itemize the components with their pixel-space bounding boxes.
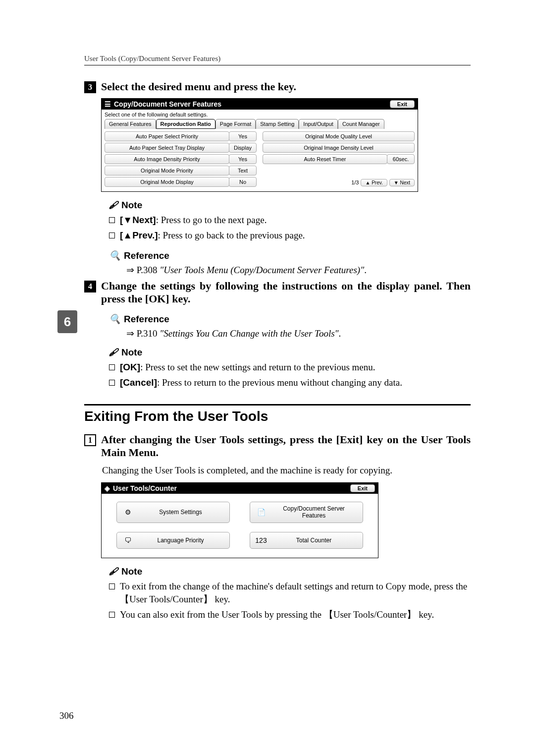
step-1b-text: After changing the User Tools settings, … (101, 433, 471, 459)
screenshot-user-tools-counter: ◈ User Tools/Counter Exit ⚙ System Setti… (101, 482, 378, 558)
menu-copy-doc-server-features[interactable]: 📄 Copy/Document Server Features (250, 502, 363, 523)
step-4-text: Change the settings by following the ins… (101, 280, 471, 305)
step-4: 4 Change the settings by following the i… (84, 280, 471, 305)
setting-original-mode-display[interactable]: Original Mode Display (105, 177, 229, 187)
menu-language-priority-label: Language Priority (138, 537, 223, 544)
note-heading-3: 🖋 Note (109, 566, 471, 577)
panel1-title: Copy/Document Server Features (114, 100, 221, 108)
tab-count-manager[interactable]: Count Manager (338, 119, 384, 129)
panel1-title-icon: ☰ (105, 100, 111, 108)
note2-item-ok: [OK]: Press to set the new settings and … (109, 361, 471, 374)
note-heading-1-text: Note (121, 200, 142, 211)
menu-total-counter-label: Total Counter (271, 537, 357, 544)
note1-label-next: [▼Next] (120, 215, 156, 225)
note-heading-1: 🖋 Note (109, 200, 471, 211)
after-step1b-text: Changing the User Tools is completed, an… (102, 464, 471, 477)
panel1-instruction: Select one of the following default sett… (105, 112, 415, 117)
panel1-tabs: General Features Reproduction Ratio Page… (105, 119, 415, 129)
step-3-badge: 3 (84, 81, 96, 93)
step-4-badge: 4 (84, 281, 96, 292)
page-number: 306 (59, 710, 74, 721)
pager-prev-button[interactable]: ▲ Prev. (361, 179, 387, 186)
tab-input-output[interactable]: Input/Output (299, 119, 338, 129)
setting-original-image-density-level[interactable]: Original Image Density Level (263, 143, 415, 153)
reference-1-italic: "User Tools Menu (Copy/Document Server F… (160, 265, 364, 275)
reference-heading-2-text: Reference (124, 314, 169, 325)
value-auto-image-density-priority[interactable]: Yes (229, 154, 257, 164)
reference-1-prefix: ⇒ P.308 (126, 265, 160, 275)
reference-2-tail: . (339, 328, 341, 339)
reference-heading-1-text: Reference (124, 250, 169, 261)
pager-count: 1/3 (351, 179, 359, 185)
step-1b-badge: 1 (84, 434, 96, 446)
setting-auto-image-density-priority[interactable]: Auto Image Density Priority (105, 154, 229, 164)
note1-item-prev: [▲Prev.]: Press to go back to the previo… (109, 229, 471, 242)
bullet-icon (109, 380, 115, 386)
note-icon: 🖋 (109, 200, 118, 211)
setting-original-mode-priority[interactable]: Original Mode Priority (105, 166, 229, 175)
document-icon: 📄 (256, 507, 266, 517)
menu-copy-doc-label: Copy/Document Server Features (271, 505, 357, 520)
value-original-mode-display[interactable]: No (229, 177, 257, 187)
pager-next-button[interactable]: ▼ Next (389, 179, 415, 186)
note1-rest-prev: : Press to go back to the previous page. (158, 230, 305, 240)
value-auto-paper-select-tray-display[interactable]: Display (229, 143, 257, 153)
section-heading-exiting: Exiting From the User Tools (84, 404, 471, 424)
value-auto-paper-select-priority[interactable]: Yes (229, 131, 257, 141)
note-heading-2: 🖋 Note (109, 347, 471, 358)
setting-original-mode-quality-level[interactable]: Original Mode Quality Level (263, 131, 415, 141)
menu-total-counter[interactable]: 123 Total Counter (250, 532, 363, 549)
gear-icon: ⚙ (123, 507, 133, 517)
note1-label-prev: [▲Prev.] (120, 230, 158, 240)
note-heading-3-text: Note (121, 566, 142, 577)
reference-heading-1: 🔍 Reference (109, 250, 471, 261)
value-original-mode-priority[interactable]: Text (229, 166, 257, 175)
screenshot-copy-doc-features: ☰ Copy/Document Server Features Exit Sel… (101, 98, 418, 192)
step-3-text: Select the desired menu and press the ke… (101, 80, 471, 93)
note-icon: 🖋 (109, 566, 118, 577)
setting-auto-reset-timer[interactable]: Auto Reset Timer (263, 154, 387, 164)
reference-icon: 🔍 (109, 250, 121, 261)
speech-icon: 🗨 (123, 535, 133, 545)
reference-2-prefix: ⇒ P.310 (126, 328, 160, 339)
menu-system-settings[interactable]: ⚙ System Settings (116, 502, 230, 523)
bullet-icon (109, 364, 115, 370)
panel1-exit-button[interactable]: Exit (390, 100, 415, 108)
tab-reproduction-ratio[interactable]: Reproduction Ratio (156, 119, 215, 129)
value-auto-reset-timer[interactable]: 60sec. (387, 154, 415, 164)
panel1-titlebar: ☰ Copy/Document Server Features Exit (102, 99, 418, 110)
tab-general-features[interactable]: General Features (105, 119, 156, 129)
note3-text-1: To exit from the change of the machine's… (120, 580, 471, 606)
bullet-icon (109, 217, 115, 223)
reference-icon: 🔍 (109, 313, 121, 325)
note1-rest-next: : Press to go to the next page. (156, 215, 267, 225)
reference-2-text: ⇒ P.310 "Settings You Can Change with th… (126, 328, 471, 339)
reference-1-text: ⇒ P.308 "User Tools Menu (Copy/Document … (126, 264, 471, 276)
setting-auto-paper-select-priority[interactable]: Auto Paper Select Priority (105, 131, 229, 141)
panel2-title: User Tools/Counter (113, 484, 177, 492)
note2-item-cancel: [Cancel]: Press to return to the previou… (109, 376, 471, 390)
reference-heading-2: 🔍 Reference (109, 313, 471, 325)
tab-page-format[interactable]: Page Format (215, 119, 256, 129)
note3-item-2: You can also exit from the User Tools by… (109, 608, 471, 622)
panel2-title-icon: ◈ (105, 484, 110, 492)
note2-rest-ok: : Press to set the new settings and retu… (140, 362, 375, 372)
bullet-icon (109, 583, 115, 589)
note-heading-2-text: Note (121, 347, 142, 358)
reference-2-italic: "Settings You Can Change with the User T… (160, 328, 338, 339)
running-header: User Tools (Copy/Document Server Feature… (84, 55, 471, 65)
tab-stamp-setting[interactable]: Stamp Setting (256, 119, 299, 129)
panel2-exit-button[interactable]: Exit (350, 484, 375, 492)
note2-rest-cancel: : Press to return to the previous menu w… (157, 377, 402, 388)
setting-auto-paper-select-tray-display[interactable]: Auto Paper Select Tray Display (105, 143, 229, 153)
bullet-icon (109, 612, 115, 618)
menu-system-settings-label: System Settings (138, 509, 223, 516)
note-icon: 🖋 (109, 347, 118, 358)
menu-language-priority[interactable]: 🗨 Language Priority (116, 532, 230, 549)
note2-label-ok: [OK] (120, 362, 140, 372)
note3-item-1: To exit from the change of the machine's… (109, 580, 471, 606)
step-3: 3 Select the desired menu and press the … (84, 80, 471, 93)
step-1b: 1 After changing the User Tools settings… (84, 433, 471, 459)
reference-1-tail: . (364, 265, 367, 275)
counter-icon: 123 (256, 535, 266, 545)
